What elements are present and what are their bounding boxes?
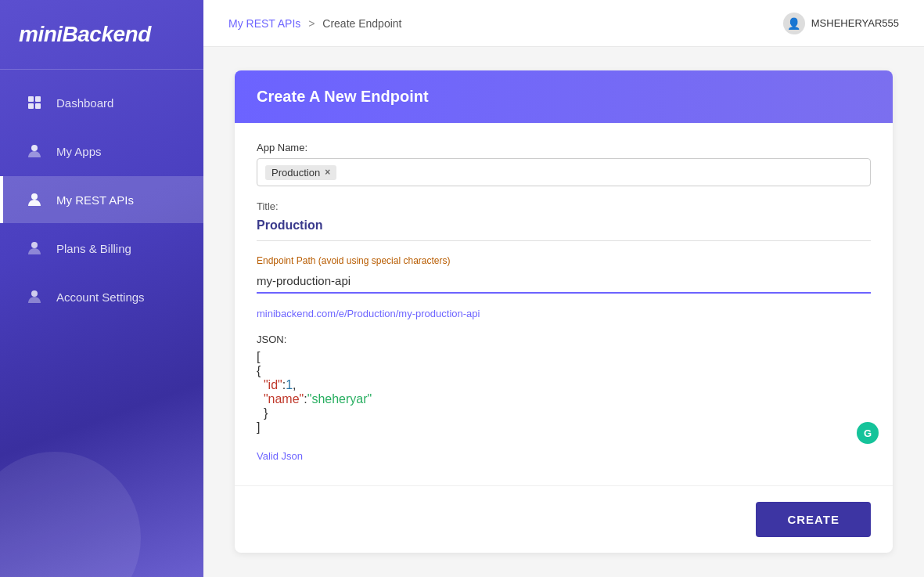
svg-rect-2	[28, 103, 34, 109]
create-button[interactable]: CREATE	[756, 502, 871, 537]
user-section: 👤 MSHEHERYAR555	[783, 13, 899, 34]
account-icon	[25, 287, 44, 306]
svg-rect-3	[35, 103, 41, 109]
footer-actions: CREATE	[235, 485, 893, 553]
plans-icon	[25, 239, 44, 258]
app-name-tag-close[interactable]: ×	[325, 167, 330, 178]
path-label: Endpoint Path (avoid using special chara…	[257, 255, 871, 266]
sidebar-item-my-rest-apis-label: My REST APIs	[56, 193, 134, 207]
endpoint-path-field-group: Endpoint Path (avoid using special chara…	[257, 255, 871, 294]
sidebar-item-my-apps-label: My Apps	[56, 145, 102, 158]
endpoint-path-input[interactable]	[257, 271, 871, 294]
sidebar-item-my-rest-apis[interactable]: My REST APIs	[0, 176, 203, 223]
title-field-group: Title: Production	[257, 200, 871, 241]
svg-point-4	[31, 145, 38, 151]
sidebar-item-plans-billing-label: Plans & Billing	[56, 242, 131, 255]
app-name-label: App Name:	[257, 142, 871, 153]
user-avatar-icon: 👤	[783, 13, 805, 34]
main-area: My REST APIs > Create Endpoint 👤 MSHEHER…	[203, 0, 924, 577]
json-section: JSON: [ { "id":1, "name":"sheheryar" } ]…	[257, 334, 871, 436]
create-endpoint-card: Create A New Endpoint App Name: Producti…	[235, 70, 893, 553]
svg-rect-0	[28, 96, 34, 102]
rest-apis-icon	[25, 190, 44, 209]
card-title: Create A New Endpoint	[257, 88, 871, 106]
sidebar-nav: Dashboard My Apps My REST APIs	[0, 79, 203, 320]
logo-text: miniBackend	[19, 22, 151, 46]
breadcrumb-current: Create Endpoint	[322, 17, 401, 30]
json-label: JSON:	[257, 334, 871, 345]
app-name-field-group: App Name: Production ×	[257, 142, 871, 186]
svg-point-6	[31, 242, 38, 248]
valid-json-indicator: Valid Json	[257, 450, 871, 462]
breadcrumb-link[interactable]: My REST APIs	[228, 17, 300, 30]
my-apps-icon	[25, 142, 44, 160]
sidebar-item-dashboard-label: Dashboard	[56, 96, 113, 110]
sidebar-item-dashboard[interactable]: Dashboard	[0, 79, 203, 126]
user-avatar-symbol: 👤	[787, 17, 800, 30]
breadcrumb-separator: >	[308, 17, 315, 30]
url-preview: minibackend.com/e/Production/my-producti…	[257, 308, 871, 319]
content-area: Create A New Endpoint App Name: Producti…	[203, 47, 924, 577]
sidebar-item-my-apps[interactable]: My Apps	[0, 128, 203, 175]
svg-rect-1	[35, 96, 41, 102]
username-label: MSHEHERYAR555	[811, 17, 899, 29]
card-header: Create A New Endpoint	[235, 70, 893, 123]
app-name-input[interactable]: Production ×	[257, 158, 871, 186]
topbar: My REST APIs > Create Endpoint 👤 MSHEHER…	[203, 0, 924, 47]
svg-point-5	[31, 193, 38, 200]
app-name-tag-text: Production	[271, 167, 320, 179]
card-body: App Name: Production × Title: Production	[235, 123, 893, 485]
grid-icon	[25, 93, 44, 112]
breadcrumb: My REST APIs > Create Endpoint	[228, 17, 401, 30]
app-name-tag: Production ×	[265, 165, 336, 180]
sidebar-item-account-settings[interactable]: Account Settings	[0, 273, 203, 320]
json-display[interactable]: [ { "id":1, "name":"sheheryar" } ] G	[257, 350, 871, 436]
title-value: Production	[257, 215, 871, 241]
svg-point-7	[31, 290, 38, 297]
app-logo: miniBackend	[0, 0, 203, 70]
sidebar-item-plans-billing[interactable]: Plans & Billing	[0, 225, 203, 272]
grammarly-button[interactable]: G	[857, 422, 879, 444]
sidebar-item-account-settings-label: Account Settings	[56, 290, 145, 304]
sidebar: miniBackend Dashboard My Ap	[0, 0, 203, 577]
title-label: Title:	[257, 200, 871, 212]
